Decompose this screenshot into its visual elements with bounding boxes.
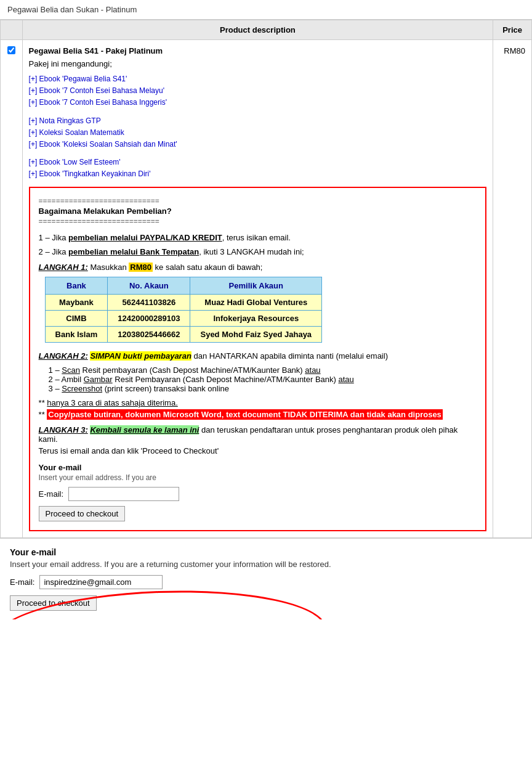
- receipt-option-2: 2 – Ambil Gambar Resit Pembayaran (Cash …: [49, 375, 477, 384]
- langkah1-italic-label: LANGKAH 1:: [39, 263, 88, 272]
- inner-your-email-label: Your e-mail: [39, 463, 477, 472]
- item-link-3[interactable]: [+] Ebook '7 Contoh Esei Bahasa Inggeris…: [29, 97, 487, 108]
- bank-table-wrapper: Bank No. Akaun Pemilik Akaun Maybank 562…: [45, 277, 477, 343]
- bank-owner-cimb: Infokerjaya Resources: [190, 311, 322, 327]
- bank-name-bankislam: Bank Islam: [45, 327, 108, 343]
- bank-name-maybank: Maybank: [45, 295, 108, 311]
- paypal-link: pembelian melalui PAYPAL/KAD KREDIT: [68, 233, 222, 242]
- item-group-2: [+] Nota Ringkas GTP [+] Koleksi Soalan …: [29, 115, 487, 151]
- warning-2: ** Copy/paste butiran, dokumen Microsoft…: [39, 410, 477, 419]
- langkah3-content: Kembali semula ke laman ini dan teruskan…: [39, 425, 458, 444]
- product-description-cell: Pegawai Belia S41 - Pakej Platinum Pakej…: [22, 40, 493, 538]
- langkah2-label: LANGKAH 2:: [39, 351, 88, 361]
- step-intro: 1 – Jika pembelian melalui PAYPAL/KAD KR…: [39, 231, 477, 259]
- inner-checkout-button[interactable]: Proceed to checkout: [39, 506, 126, 521]
- col-price-header: Price: [493, 20, 532, 40]
- item-link-8[interactable]: [+] Ebook 'Tingkatkan Keyakinan Diri': [29, 168, 487, 180]
- inner-email-form: Your e-mail Insert your email address. I…: [39, 463, 477, 521]
- page-title: Pegawai Belia dan Sukan - Platinum: [0, 0, 532, 20]
- bottom-help-text: Insert your email address. If you are a …: [10, 560, 522, 569]
- price-cell: RM80: [493, 40, 532, 538]
- checkbox-cell: [1, 40, 23, 538]
- page-wrapper: Pegawai Belia dan Sukan - Platinum Produ…: [0, 0, 532, 619]
- langkah3-label: LANGKAH 3:: [39, 425, 88, 435]
- col-checkbox-header: [1, 20, 23, 40]
- langkah2-block: LANGKAH 2: SIMPAN bukti pembayaran dan H…: [39, 351, 477, 361]
- item-link-4[interactable]: [+] Nota Ringkas GTP: [29, 115, 487, 127]
- col-description-header: Product description: [22, 20, 493, 40]
- bank-name-cimb: CIMB: [45, 311, 108, 327]
- inner-email-help: Insert your email address. If you are: [39, 473, 477, 482]
- bank-link: pembelian melalui Bank Tempatan: [68, 247, 199, 256]
- langkah3-body: Terus isi email anda dan klik 'Proceed t…: [39, 446, 477, 455]
- warning-1: ** hanya 3 cara di atas sahaja diterima.: [39, 398, 477, 407]
- bank-row-maybank: Maybank 562441103826 Muaz Hadi Global Ve…: [45, 295, 322, 311]
- bank-col-bank: Bank: [45, 277, 108, 295]
- item-link-6[interactable]: [+] Ebook 'Koleksi Soalan Sahsiah dan Mi…: [29, 139, 487, 150]
- bank-col-owner: Pemilik Akaun: [190, 277, 322, 295]
- product-checkbox[interactable]: [7, 46, 15, 54]
- bank-account-maybank: 562441103826: [108, 295, 190, 311]
- bank-owner-bankislam: Syed Mohd Faiz Syed Jahaya: [190, 327, 322, 343]
- product-table: Product description Price Pegawai Belia …: [0, 20, 532, 538]
- rm80-amount: RM80: [129, 263, 153, 272]
- warning1-underline: hanya 3 cara di atas sahaja diterima.: [47, 398, 177, 407]
- inner-email-label: E-mail:: [39, 489, 63, 499]
- langkah3-line1: LANGKAH 3: Kembali semula ke laman ini d…: [39, 425, 477, 444]
- item-group-3: [+] Ebook 'Low Self Esteem' [+] Ebook 'T…: [29, 157, 487, 180]
- item-link-2[interactable]: [+] Ebook '7 Contoh Esei Bahasa Melayu': [29, 85, 487, 97]
- langkah3-highlight: Kembali semula ke laman ini: [90, 425, 199, 435]
- divider-bottom: ============================: [39, 217, 477, 226]
- bank-owner-maybank: Muaz Hadi Global Ventures: [190, 295, 322, 311]
- langkah1-text: Masukkan RM80 ke salah satu akaun di baw…: [90, 263, 262, 272]
- receipt-option-3: 3 – Screenshot (print screen) transaksi …: [49, 384, 477, 393]
- how-to-title: Bagaimana Melakukan Pembelian?: [39, 206, 477, 216]
- simpan-highlight: SIMPAN bukti pembayaran: [90, 351, 191, 361]
- step-intro-1: 1 – Jika pembelian melalui PAYPAL/KAD KR…: [39, 231, 477, 245]
- receipt-option-1: 1 – Scan Resit pembayaran (Cash Depost M…: [49, 365, 477, 375]
- item-link-7[interactable]: [+] Ebook 'Low Self Esteem': [29, 157, 487, 168]
- package-intro: Pakej ini mengandungi;: [29, 59, 487, 68]
- item-link-5[interactable]: [+] Koleksi Soalan Matematik: [29, 127, 487, 139]
- product-title: Pegawai Belia S41 - Pakej Platinum: [29, 46, 487, 55]
- bank-row-cimb: CIMB 12420000289103 Infokerjaya Resource…: [45, 311, 322, 327]
- bank-account-bankislam: 12038025446662: [108, 327, 190, 343]
- langkah2-content: SIMPAN bukti pembayaran dan HANTARKAN ap…: [90, 351, 388, 361]
- langkah3-block: LANGKAH 3: Kembali semula ke laman ini d…: [39, 425, 477, 455]
- price-rm80: RM80: [504, 46, 525, 55]
- bottom-section: Your e-mail Insert your email address. I…: [0, 538, 532, 619]
- bank-account-cimb: 12420000289103: [108, 311, 190, 327]
- item-link-1[interactable]: [+] Ebook 'Pegawai Belia S41': [29, 73, 487, 85]
- divider-top: ============================: [39, 197, 477, 205]
- receipt-list: 1 – Scan Resit pembayaran (Cash Depost M…: [49, 365, 477, 393]
- bottom-email-label: E-mail:: [10, 577, 34, 587]
- step-intro-2: 2 – Jika pembelian melalui Bank Tempatan…: [39, 245, 477, 259]
- bottom-email-input[interactable]: [39, 575, 163, 589]
- langkah1-block: LANGKAH 1: Masukkan RM80 ke salah satu a…: [39, 263, 477, 272]
- warning-red-text: Copy/paste butiran, dokumen Microsoft Wo…: [47, 409, 443, 420]
- bottom-checkout-button[interactable]: Proceed to checkout: [10, 595, 97, 611]
- inner-email-row: E-mail:: [39, 487, 477, 501]
- inner-email-input[interactable]: [68, 487, 179, 501]
- bank-row-bankislam: Bank Islam 12038025446662 Syed Mohd Faiz…: [45, 327, 322, 343]
- product-row: Pegawai Belia S41 - Pakej Platinum Pakej…: [1, 40, 532, 538]
- bank-col-account: No. Akaun: [108, 277, 190, 295]
- item-group-1: [+] Ebook 'Pegawai Belia S41' [+] Ebook …: [29, 73, 487, 109]
- bottom-email-row: E-mail:: [10, 575, 522, 589]
- bank-table: Bank No. Akaun Pemilik Akaun Maybank 562…: [45, 277, 323, 343]
- bottom-your-email-label: Your e-mail: [10, 547, 522, 557]
- instructions-box: ============================ Bagaimana M…: [29, 187, 487, 532]
